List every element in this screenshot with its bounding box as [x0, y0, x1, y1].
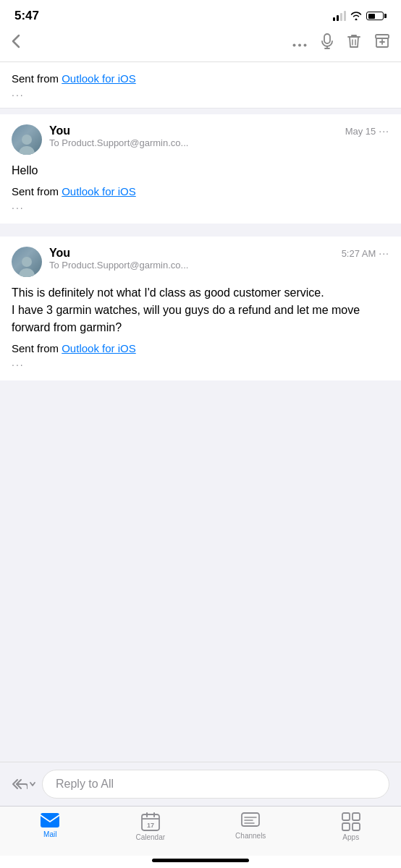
battery-icon — [366, 12, 387, 20]
svg-rect-19 — [342, 813, 350, 820]
svg-rect-9 — [41, 813, 59, 827]
email-card-3: You 5:27 AM ··· To Product.Support@garmi… — [0, 237, 401, 380]
avatar-2 — [12, 124, 42, 155]
toolbar-actions — [292, 33, 389, 53]
svg-rect-15 — [242, 813, 259, 826]
calendar-icon: 17 — [141, 812, 160, 831]
email-3-body: This is definitely not what I'd class as… — [12, 284, 389, 336]
tab-mail-label: Mail — [43, 830, 56, 838]
email-1-signature: Sent from Outlook for iOS — [12, 72, 389, 85]
channels-icon — [241, 812, 260, 830]
svg-rect-20 — [353, 813, 360, 820]
email-3-sender: You — [49, 247, 70, 260]
wifi-icon — [350, 12, 362, 20]
reply-input[interactable]: Reply to All — [42, 770, 389, 799]
mail-icon — [40, 812, 60, 828]
email-3-date: 5:27 AM ··· — [342, 247, 389, 259]
email-2-signature: Sent from Outlook for iOS — [12, 185, 389, 197]
tab-bar: Mail 17 Calendar Channels Apps — [0, 806, 401, 856]
email-2-expand[interactable]: ··· — [12, 202, 389, 213]
card-separator-3 — [0, 388, 401, 393]
email-3-header: You 5:27 AM ··· To Product.Support@garmi… — [12, 247, 389, 277]
outlook-link-2[interactable]: Outlook for iOS — [62, 185, 136, 197]
tab-channels-label: Channels — [235, 832, 266, 840]
email-1-expand[interactable]: ··· — [12, 89, 389, 101]
apps-icon — [342, 812, 360, 831]
svg-rect-8 — [376, 35, 389, 38]
svg-rect-3 — [324, 34, 330, 43]
avatar-3 — [12, 247, 42, 277]
microphone-button[interactable] — [321, 33, 333, 53]
svg-point-2 — [304, 44, 307, 47]
email-2-sender: You — [49, 124, 70, 137]
email-3-signature: Sent from Outlook for iOS — [12, 342, 389, 354]
delete-button[interactable] — [347, 33, 360, 53]
signal-icon — [333, 11, 346, 21]
svg-point-0 — [293, 44, 296, 47]
email-card-1: Sent from Outlook for iOS ··· — [0, 62, 401, 109]
svg-text:17: 17 — [147, 822, 154, 829]
tab-apps[interactable]: Apps — [301, 812, 402, 841]
reply-bar: Reply to All — [0, 762, 401, 806]
tab-calendar[interactable]: 17 Calendar — [101, 812, 201, 841]
email-card-2: You May 15 ··· To Product.Support@garmin… — [0, 114, 401, 224]
tab-calendar-label: Calendar — [135, 833, 165, 841]
email-3-expand[interactable]: ··· — [12, 359, 389, 370]
email-2-to: To Product.Support@garmin.co... — [49, 137, 389, 148]
status-icons — [333, 11, 387, 21]
tab-channels[interactable]: Channels — [200, 812, 301, 841]
email-2-meta: You May 15 ··· To Product.Support@garmin… — [49, 124, 389, 148]
email-2-header: You May 15 ··· To Product.Support@garmin… — [12, 124, 389, 155]
archive-button[interactable] — [375, 34, 389, 52]
status-bar: 5:47 — [0, 0, 401, 27]
email-thread: Sent from Outlook for iOS ··· You Ma — [0, 62, 401, 762]
email-2-body: Hello — [12, 162, 389, 179]
svg-point-1 — [298, 44, 301, 47]
card-separator-2 — [0, 231, 401, 237]
reply-all-button[interactable] — [12, 778, 36, 790]
email-2-date: May 15 ··· — [345, 125, 389, 137]
email-3-meta: You 5:27 AM ··· To Product.Support@garmi… — [49, 247, 389, 271]
reply-placeholder: Reply to All — [56, 778, 114, 790]
more-button[interactable] — [292, 35, 307, 51]
outlook-link-3[interactable]: Outlook for iOS — [62, 342, 136, 354]
status-time: 5:47 — [14, 9, 39, 23]
svg-rect-21 — [342, 823, 350, 830]
outlook-link-1[interactable]: Outlook for iOS — [62, 72, 136, 85]
home-indicator — [152, 859, 249, 862]
svg-rect-22 — [353, 823, 360, 830]
toolbar — [0, 27, 401, 61]
tab-apps-label: Apps — [342, 833, 359, 841]
card-separator-1 — [0, 109, 401, 114]
email-3-to: To Product.Support@garmin.co... — [49, 260, 389, 271]
tab-mail[interactable]: Mail — [0, 812, 101, 841]
back-button[interactable] — [12, 34, 28, 53]
